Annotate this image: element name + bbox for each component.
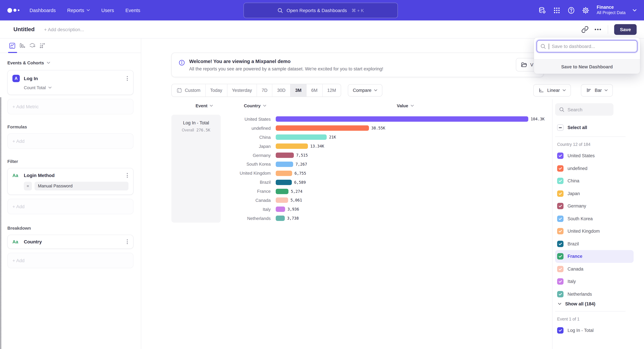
data-management-icon[interactable] [538,6,546,14]
value-label: 6,589 [294,180,306,185]
breakdown-property-name[interactable]: Country [24,239,42,244]
value-bar[interactable] [276,207,285,212]
global-search-input[interactable]: Open Reports & Dashboards ⌘ + K [244,3,398,18]
legend-item-label: Germany [568,204,586,209]
nav-item-dashboards[interactable]: Dashboards [30,7,56,13]
value-column-header[interactable]: Value [397,103,414,108]
checked-checkbox-icon[interactable] [557,178,564,184]
tab-flows-icon[interactable] [29,42,36,49]
checked-checkbox-icon[interactable] [557,291,564,297]
nav-item-events[interactable]: Events [126,7,140,13]
active-tab-indicator [8,52,17,53]
legend-item-germany[interactable]: Germany [555,200,634,212]
event-series-cell[interactable]: Log In - Total Overall 276.5K [172,115,221,223]
value-bar[interactable] [276,216,285,221]
breakdown-card[interactable]: Aa Country [8,235,134,249]
more-options-icon[interactable]: ••• [594,26,602,33]
nav-item-reports[interactable]: Reports [67,7,90,13]
save-button[interactable]: Save [614,24,636,35]
select-all-checkbox[interactable]: Select all [555,124,644,131]
chart-type-select[interactable]: Bar [581,84,613,96]
date-range-7d[interactable]: 7D [256,84,272,96]
legend-item-united-states[interactable]: United States [555,150,634,162]
project-selector[interactable]: Finance All Project Data [597,5,626,16]
settings-gear-icon[interactable] [582,6,590,14]
tab-funnels-icon[interactable] [19,42,26,49]
legend-item-label: China [568,179,580,184]
date-range-3m[interactable]: 3M [290,84,306,96]
value-bar[interactable] [276,116,528,122]
legend-item-united-kingdom[interactable]: United Kingdom [555,225,634,238]
legend-item-south-korea[interactable]: South Korea [555,212,634,225]
checked-checkbox-icon[interactable] [557,279,564,285]
metric-aggregation-select[interactable]: Count Total [24,85,128,90]
legend-search-input[interactable]: Search [555,103,614,116]
add-description-field[interactable]: + Add description... [44,27,84,32]
tab-retention-icon[interactable] [39,42,46,49]
checked-checkbox-icon[interactable] [557,253,564,260]
legend-item-france[interactable]: France [555,250,634,263]
date-range-yesterday[interactable]: Yesterday [227,84,256,96]
value-bar[interactable] [276,162,293,167]
filter-property-name[interactable]: Login Method [24,173,55,178]
filter-kebab-icon[interactable] [126,172,128,178]
checked-checkbox-icon[interactable] [557,228,564,235]
value-bar[interactable] [276,189,288,194]
nav-item-users[interactable]: Users [101,7,114,13]
value-bar[interactable] [276,134,327,140]
add-breakdown-button[interactable]: + Add [8,253,134,268]
filter-value-input[interactable]: Manual Password [34,182,128,190]
value-bar[interactable] [276,153,294,158]
tab-insights-icon[interactable] [9,42,16,49]
help-icon[interactable] [567,6,575,14]
date-range-12m[interactable]: 12M [322,84,341,96]
add-metric-button[interactable]: + Add Metric [8,99,134,114]
checked-checkbox-icon[interactable] [557,241,564,247]
checked-checkbox-icon[interactable] [557,327,564,334]
metric-kebab-icon[interactable] [126,75,128,81]
metric-event-name[interactable]: Log In [24,76,38,81]
breakdown-kebab-icon[interactable] [126,239,128,245]
event-column-header[interactable]: Event [196,103,213,108]
report-title[interactable]: Untitled [14,26,35,33]
date-range-today[interactable]: Today [205,84,227,96]
country-column-header[interactable]: Country [244,103,266,108]
checked-checkbox-icon[interactable] [557,190,564,197]
value-bar[interactable] [276,171,292,176]
checked-checkbox-icon[interactable] [557,203,564,209]
value-bar[interactable] [276,180,292,185]
events-cohorts-header[interactable]: Events & Cohorts [8,60,134,65]
date-range-custom[interactable]: Custom [172,84,205,96]
project-chevron-down-icon[interactable] [632,9,636,11]
legend-item-japan[interactable]: Japan [555,187,634,200]
compare-button[interactable]: Compare [348,84,382,96]
save-to-new-dashboard-button[interactable]: Save to New Dashboard [534,59,640,74]
legend-item-italy[interactable]: Italy [555,275,634,288]
checked-checkbox-icon[interactable] [557,216,564,222]
legend-item-canada[interactable]: Canada [555,263,634,275]
apps-grid-icon[interactable] [553,6,561,14]
checked-checkbox-icon[interactable] [557,266,564,272]
checked-checkbox-icon[interactable] [557,165,564,172]
legend-item-undefined[interactable]: undefined [555,162,634,175]
mixpanel-logo-icon[interactable] [8,8,20,12]
copy-link-icon[interactable] [581,26,588,33]
legend-item-netherlands[interactable]: Netherlands [555,288,634,300]
chart-scale-select[interactable]: Linear [534,84,571,96]
filter-operator-select[interactable]: = [24,182,32,190]
value-bar[interactable] [276,126,369,131]
legend-item-log-in---total[interactable]: Log In - Total [555,324,634,337]
metric-card[interactable]: A Log In Count Total [8,70,134,95]
add-formula-button[interactable]: + Add [8,133,134,149]
value-bar[interactable] [276,143,308,149]
show-all-toggle[interactable]: Show all (184) [555,301,644,307]
add-filter-button[interactable]: + Add [8,199,134,214]
filter-card[interactable]: Aa Login Method = Manual Password [8,168,134,195]
date-range-6m[interactable]: 6M [306,84,322,96]
save-dashboard-search-input[interactable]: Save to dashboard... [537,40,637,52]
legend-item-china[interactable]: China [555,175,634,187]
value-bar[interactable] [276,198,288,203]
checked-checkbox-icon[interactable] [557,153,564,159]
legend-item-brazil[interactable]: Brazil [555,238,634,250]
date-range-30d[interactable]: 30D [272,84,290,96]
